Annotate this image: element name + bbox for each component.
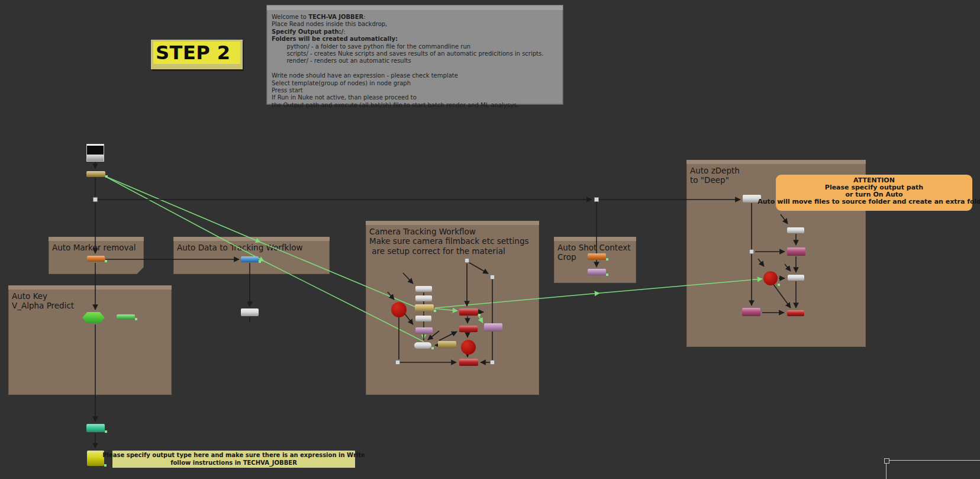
step2-backdrop[interactable]: STEP 2 xyxy=(151,40,243,69)
dot-connector-left[interactable] xyxy=(93,197,98,202)
cam-stack-node-1[interactable] xyxy=(415,286,432,292)
backdrop-auto-key[interactable]: Auto KeyV_Alpha Predict xyxy=(8,285,172,395)
tracking-output-node[interactable] xyxy=(241,308,259,316)
backdrop-header[interactable] xyxy=(49,237,144,241)
cam-pill-node[interactable] xyxy=(414,342,431,349)
techva-jobber-instructions: Welcome to TECH-VA JOBBER:Place Read nod… xyxy=(267,10,563,112)
cam-khaki-node[interactable] xyxy=(438,341,456,348)
cam-purple-node-right[interactable] xyxy=(484,323,502,332)
zdepth-white-node-2[interactable] xyxy=(788,275,804,281)
backdrop-label: Camera Tracking WorkflowMake sure camera… xyxy=(366,225,539,258)
nuke-node-graph[interactable]: Welcome to TECH-VA JOBBER:Place Read nod… xyxy=(0,0,980,479)
cam-stack-node-3[interactable] xyxy=(415,316,431,322)
dot-connector-cam-br[interactable] xyxy=(490,360,495,365)
backdrop-header[interactable] xyxy=(686,160,866,164)
cam-stack-node-2[interactable] xyxy=(415,295,432,301)
attention-note[interactable]: ATTENTIONPlease specify output pathor tu… xyxy=(776,175,972,211)
zdepth-white-node-1[interactable] xyxy=(787,227,804,233)
backdrop-label: Auto KeyV_Alpha Predict xyxy=(8,290,172,313)
shot-crop-node[interactable] xyxy=(588,253,606,260)
shot-context-node[interactable] xyxy=(588,269,606,275)
attention-note-text: ATTENTIONPlease specify output pathor tu… xyxy=(747,177,980,205)
backdrop-label: Auto Data to Tracking Worfklow xyxy=(173,241,330,254)
backdrop-techva-jobber-info[interactable]: Welcome to TECH-VA JOBBER:Place Read nod… xyxy=(266,5,563,105)
cam-red-node-2[interactable] xyxy=(459,326,478,332)
backdrop-auto-data-tracking[interactable]: Auto Data to Tracking Worfklow xyxy=(173,237,330,274)
alpha-predict-side-node[interactable] xyxy=(117,314,135,320)
backdrop-header[interactable] xyxy=(554,237,636,241)
dot-connector-shot[interactable] xyxy=(594,197,599,202)
cam-red-sphere-right[interactable] xyxy=(461,340,476,355)
backdrop-label: Auto Shot ContextCrop xyxy=(554,241,636,264)
dot-connector-cam-top[interactable] xyxy=(465,258,469,263)
backdrop-auto-shot-context-crop[interactable]: Auto Shot ContextCrop xyxy=(554,237,636,283)
backdrop-header[interactable] xyxy=(267,5,563,10)
tracking-data-node[interactable] xyxy=(241,256,259,262)
zdepth-red-sphere[interactable] xyxy=(763,271,778,285)
camera-tracker-node[interactable] xyxy=(415,304,434,311)
offscreen-backdrop-outline[interactable] xyxy=(886,460,980,479)
zdepth-magenta-node-1[interactable] xyxy=(787,247,805,256)
zdepth-deep-write-node[interactable] xyxy=(787,310,804,316)
dot-connector-cam-right[interactable] xyxy=(490,275,495,279)
zdepth-magenta-node-2[interactable] xyxy=(742,308,760,316)
marker-removal-node[interactable] xyxy=(87,256,105,262)
offscreen-backdrop-handle[interactable] xyxy=(884,458,889,464)
cam-red-sphere-left[interactable] xyxy=(391,302,407,317)
dot-connector-zdepth[interactable] xyxy=(749,249,754,254)
dot-connector-cam-bl[interactable] xyxy=(395,360,400,365)
backdrop-header[interactable] xyxy=(366,221,539,225)
source-khaki-node[interactable] xyxy=(86,171,105,177)
backdrop-label: Auto Marker removal xyxy=(49,241,144,254)
backdrop-header[interactable] xyxy=(8,285,172,290)
cam-purple-node[interactable] xyxy=(415,327,433,334)
teal-node[interactable] xyxy=(86,424,105,432)
write-instructions-note[interactable]: Please specify output type here and make… xyxy=(112,451,355,468)
read-node[interactable] xyxy=(86,144,104,162)
backdrop-header[interactable] xyxy=(173,237,330,241)
write-instructions-text: Please specify output type here and make… xyxy=(92,451,376,467)
cam-red-node-3[interactable] xyxy=(459,359,478,366)
step2-label: STEP 2 xyxy=(153,41,240,64)
cam-red-node-1[interactable] xyxy=(459,308,478,316)
